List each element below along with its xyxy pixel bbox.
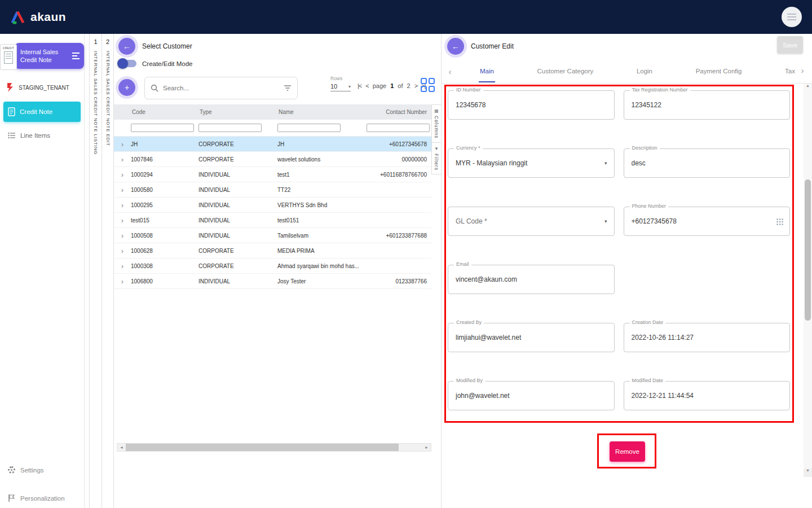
edit-tabs: ‹ Main Customer Category Login Payment C… [442,60,812,84]
tabs-scroll-left-icon[interactable]: ‹ [442,67,458,76]
scrollbar-thumb[interactable] [805,179,811,321]
next-page-icon[interactable]: > [414,82,417,89]
tab-customer-category[interactable]: Customer Category [536,60,595,82]
prev-page-icon[interactable]: < [365,82,368,89]
table-row[interactable]: › 1006800 INDIVIDUAL Josy Tester 0123387… [114,274,431,289]
table-row[interactable]: › 1000580 INDIVIDUAL TT22 [114,182,431,198]
row-expand-icon[interactable]: › [114,201,131,209]
table-row[interactable]: › JH CORPORATE JH +60127345678 [114,137,431,152]
filter-type-input[interactable] [198,124,262,132]
filter-code-input[interactable] [131,124,194,132]
phone-number-input[interactable] [624,207,790,235]
email-input[interactable] [448,265,614,294]
module-title: Internal Sales Credit Note [20,48,58,64]
grid-view-icon[interactable] [421,78,435,93]
tenant-icon [6,82,14,93]
table-row[interactable]: › 1000308 CORPORATE Ahmad syarqawi bin m… [114,259,431,274]
row-expand-icon[interactable]: › [114,231,131,240]
phone-number-field: Phone Number [624,207,791,236]
dialpad-icon[interactable] [776,218,784,226]
vertical-scrollbar[interactable]: ▲ ▼ [804,84,812,477]
table-row[interactable]: › test015 INDIVIDUAL test0151 [114,213,431,228]
modified-date-field: Modified Date [624,381,791,410]
credit-note-module-icon: CREDIT [0,44,17,70]
row-expand-icon[interactable]: › [114,247,131,255]
back-button[interactable]: ← [447,38,464,55]
table-row[interactable]: › 1000295 INDIVIDUAL VERTHYS Sdn Bhd [114,198,431,213]
col-name[interactable]: Name [277,109,367,115]
search-icon [151,84,158,92]
table-row[interactable]: › 1000628 CORPORATE MEDIA PRIMA [114,243,431,259]
rows-per-page-select[interactable]: Rows 10 ▾ [330,76,351,91]
sidebar-tenant[interactable]: STAGING_TENANT [6,82,84,93]
gl-code-select[interactable] [448,207,614,235]
modified-date-input[interactable] [624,382,790,410]
sidebar-item-line-items[interactable]: Line Items [8,132,84,139]
row-expand-icon[interactable]: › [114,140,131,148]
table-row[interactable]: › 1007846 CORPORATE wavelet solutions 00… [114,152,431,167]
scroll-left-icon[interactable]: ◄ [117,445,126,449]
sidebar-item-credit-note[interactable]: Credit Note [3,102,81,122]
panel-title: Customer Edit [471,42,514,50]
row-expand-icon[interactable]: › [114,170,131,179]
tabs-scroll-right-icon[interactable]: › [794,65,811,75]
remove-button[interactable]: Remove [610,441,645,462]
form-spacer [624,265,791,294]
sidebar-module-header[interactable]: CREDIT Internal Sales Credit Note [0,43,84,71]
row-expand-icon[interactable]: › [114,186,131,194]
tab-login[interactable]: Login [636,60,654,82]
tab-payment-config[interactable]: Payment Config [695,60,743,82]
filters-side-tab[interactable]: ▼ Filters [431,143,441,174]
horizontal-scrollbar[interactable]: ◄ ► [117,443,431,452]
currency-select[interactable] [448,149,614,177]
save-button[interactable]: Save [777,36,803,54]
creation-date-input[interactable] [624,323,790,352]
columns-icon: ▦ [434,108,439,113]
col-contact[interactable]: Contact Number [367,109,431,115]
mode-label: Create/Edit Mode [142,60,193,67]
filter-icon[interactable] [284,85,292,91]
table-filter-row [114,120,431,137]
col-type[interactable]: Type [198,109,277,115]
row-expand-icon[interactable]: › [114,155,131,164]
row-expand-icon[interactable]: › [114,277,131,286]
menu-toggle-icon[interactable] [72,52,80,59]
col-code[interactable]: Code [131,109,198,115]
row-expand-icon[interactable]: › [114,262,131,270]
tab-main[interactable]: Main [479,60,495,82]
modified-by-input[interactable] [448,382,614,410]
user-avatar[interactable] [782,7,802,27]
current-page: 1 [390,82,394,89]
first-page-icon[interactable]: |< [358,82,361,89]
vertical-tab-number: 2 [106,38,109,45]
scroll-down-icon[interactable]: ▼ [804,468,812,477]
total-pages: 2 [407,82,411,89]
document-icon [8,107,15,116]
created-by-input[interactable] [448,323,614,352]
tax-registration-input[interactable] [624,91,790,119]
scroll-up-icon[interactable]: ▲ [804,84,812,92]
create-edit-mode-toggle[interactable] [118,60,136,67]
back-button[interactable]: ← [118,38,135,55]
vertical-tab-listing[interactable]: 1 INTERNAL SALES CREDIT NOTE LISTING [89,34,102,508]
vertical-tab-label: INTERNAL SALES CREDIT NOTE EDIT [105,51,111,146]
sidebar-item-settings[interactable]: Settings [8,466,76,474]
id-number-input[interactable] [448,91,614,119]
flag-icon [8,494,15,502]
columns-side-tab[interactable]: ▦ Columns [431,104,441,143]
description-field: Description [624,148,791,178]
table-row[interactable]: › 1000508 INDIVIDUAL Tamilselvam +601233… [114,228,431,243]
scroll-right-icon[interactable]: ► [422,445,431,449]
customer-edit-panel: ← Customer Edit Save ‹ Main Customer Cat… [441,34,812,508]
filter-name-input[interactable] [277,124,341,132]
filter-contact-input[interactable] [367,124,430,132]
sidebar-item-personalization[interactable]: Personalization [8,494,76,502]
row-expand-icon[interactable]: › [114,216,131,225]
description-input[interactable] [624,149,790,177]
vertical-tab-label: INTERNAL SALES CREDIT NOTE LISTING [93,51,98,155]
add-customer-button[interactable]: + [118,79,135,96]
vertical-tab-edit[interactable]: 2 INTERNAL SALES CREDIT NOTE EDIT [102,34,114,508]
search-input[interactable] [163,85,279,91]
table-row[interactable]: › 1000294 INDIVIDUAL test1 +601168787667… [114,167,431,182]
scrollbar-thumb[interactable] [126,444,399,451]
